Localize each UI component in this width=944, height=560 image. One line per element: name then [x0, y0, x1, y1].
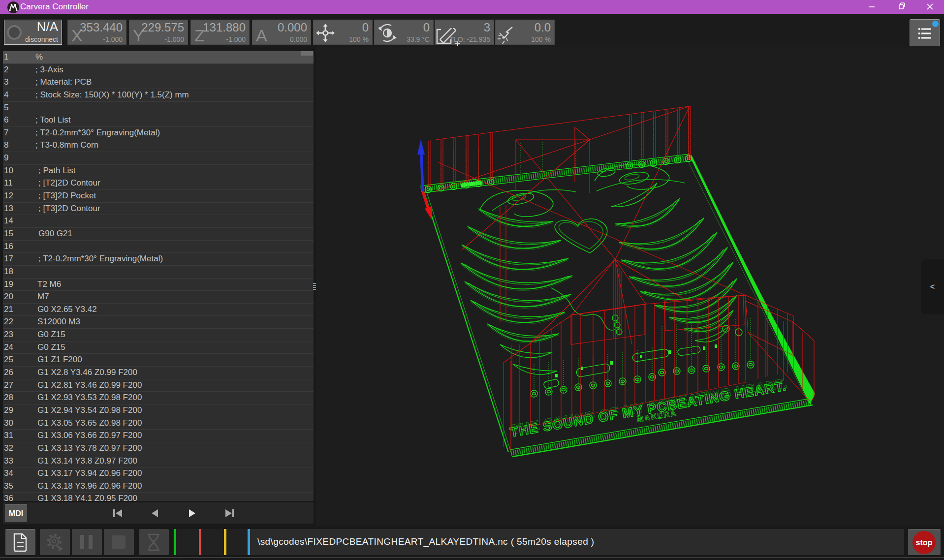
- svg-text:THE SOUND OF MY PCBEATING HEAR: THE SOUND OF MY PCBEATING HEART.: [510, 375, 789, 436]
